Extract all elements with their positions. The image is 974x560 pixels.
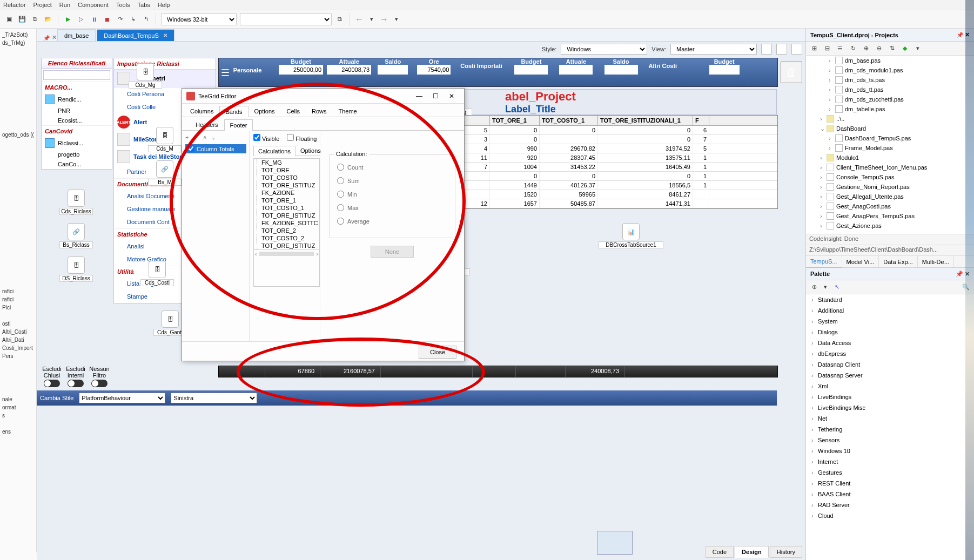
pin-icon[interactable]: 📌 xyxy=(43,35,50,41)
tab-rows[interactable]: Rows xyxy=(306,105,333,117)
chip-cds-riclass[interactable]: 🗄Cds_Riclass xyxy=(59,190,93,215)
chip-cds-m[interactable]: 🗄Cds_M xyxy=(148,127,182,152)
run-icon[interactable]: ▶ xyxy=(63,15,73,24)
tab-design[interactable]: Design xyxy=(735,546,769,558)
form-designer[interactable]: Style: Windows View: Master Elenco Ricla… xyxy=(37,42,805,560)
view-icon[interactable]: ☰ xyxy=(835,44,845,53)
chip-cds-costi[interactable]: 🗄Cds_Costi xyxy=(140,261,174,286)
step-over-icon[interactable]: ↷ xyxy=(115,15,125,24)
step-into-icon[interactable]: ↳ xyxy=(128,15,138,24)
sv-btn1[interactable] xyxy=(761,44,772,55)
tab-cells[interactable]: Cells xyxy=(281,105,306,117)
saldo2-input[interactable] xyxy=(604,65,638,75)
toggle-interni[interactable] xyxy=(68,380,84,387)
attuale-input[interactable] xyxy=(327,65,371,75)
trash-icon[interactable]: 🗑 xyxy=(781,62,802,83)
scroll-right-icon[interactable]: › xyxy=(316,251,318,257)
stile-select[interactable]: PlatformBehaviour xyxy=(79,393,165,403)
tab-options[interactable]: Options xyxy=(248,105,281,117)
tab-history[interactable]: History xyxy=(770,546,802,558)
dialog-titlebar[interactable]: TeeGrid Editor — ☐ ✕ xyxy=(182,89,464,104)
add-row-btn[interactable]: + xyxy=(185,134,189,141)
chip-ds-riclass[interactable]: 🗄DS_Riclass xyxy=(59,257,93,282)
view-select[interactable]: Master xyxy=(670,44,757,55)
maximize-icon[interactable]: ☐ xyxy=(427,92,444,100)
collapse-icon[interactable]: ⊖ xyxy=(874,44,884,53)
subtab-footer[interactable]: Footer xyxy=(224,119,253,131)
tab-bands[interactable]: Bands xyxy=(219,106,248,117)
tab-dashboard-tempus[interactable]: DashBoard_TempuS✕ xyxy=(97,29,174,41)
back-dd-icon[interactable]: ▾ xyxy=(367,15,377,24)
remove-icon[interactable]: ⊟ xyxy=(822,44,832,53)
sync-icon[interactable]: ⇅ xyxy=(887,44,897,53)
toggle-chiusi[interactable] xyxy=(44,380,60,387)
sv-btn2[interactable] xyxy=(776,44,787,55)
minimize-icon[interactable]: — xyxy=(411,92,427,100)
mtab-calc[interactable]: Calculations xyxy=(253,146,295,156)
subtab-headers[interactable]: Headers xyxy=(190,119,224,130)
style-select[interactable]: Windows xyxy=(561,44,647,55)
close-icon[interactable]: ✕ xyxy=(52,34,57,41)
budget-input[interactable] xyxy=(279,65,323,75)
saldo-input[interactable] xyxy=(378,65,408,75)
step-out-icon[interactable]: ↰ xyxy=(141,15,151,24)
ore-input[interactable] xyxy=(417,65,451,75)
pin-icon[interactable]: 📌 xyxy=(956,271,963,277)
column-totals-check[interactable]: Column Totals xyxy=(185,144,246,153)
dd-icon[interactable]: ▾ xyxy=(821,282,830,292)
save-icon[interactable]: 💾 xyxy=(17,15,27,24)
build-icon[interactable]: ◆ xyxy=(900,44,910,53)
open-icon[interactable]: ▣ xyxy=(4,15,14,24)
budget3-input[interactable] xyxy=(709,65,740,75)
palette-categories[interactable]: ›Standard ›Additional ›System ›Dialogs ›… xyxy=(806,294,974,560)
sv-btn3[interactable] xyxy=(791,44,802,55)
toggle-filtro[interactable] xyxy=(91,380,108,387)
menu-icon[interactable]: ☰ xyxy=(221,67,235,78)
main-menu[interactable]: Refactor Project Run Component Tools Tab… xyxy=(0,0,974,10)
riclass-search[interactable] xyxy=(43,70,111,80)
new-icon[interactable]: ⊞ xyxy=(809,44,819,53)
refresh-icon[interactable]: ↻ xyxy=(848,44,858,53)
close-icon[interactable]: ✕ xyxy=(444,92,460,100)
none-button[interactable]: None xyxy=(371,246,414,258)
chip-cds-mg[interactable]: 🗄Cds_Mg xyxy=(129,63,162,89)
tab-code[interactable]: Code xyxy=(706,546,734,558)
dd-icon[interactable]: ▾ xyxy=(913,44,923,53)
close-button[interactable]: Close xyxy=(419,346,456,359)
fwd-dd-icon[interactable]: ▾ xyxy=(392,15,401,24)
stop-icon[interactable]: ⏹ xyxy=(102,15,112,24)
del-row-btn[interactable]: − xyxy=(194,134,197,141)
run-nodebug-icon[interactable]: ▷ xyxy=(76,15,86,24)
expand-icon[interactable]: ⊕ xyxy=(861,44,871,53)
back-icon[interactable]: ← xyxy=(355,15,364,24)
add-icon[interactable]: ⊕ xyxy=(809,282,819,292)
attuale2-input[interactable] xyxy=(559,65,593,75)
radio-sum[interactable]: Sum xyxy=(337,174,447,187)
floating-check[interactable]: Floating xyxy=(287,134,317,142)
projects-tree[interactable]: ›dm_base.pas ›dm_cds_modulo1.pas ›dm_cds… xyxy=(806,56,974,234)
budget2-input[interactable] xyxy=(514,65,548,75)
tab-dm-base[interactable]: dm_base xyxy=(57,29,96,41)
preview-thumb[interactable] xyxy=(597,531,633,555)
visible-check[interactable]: Visible xyxy=(253,134,279,142)
pointer-icon[interactable]: ↖ xyxy=(832,282,842,292)
radio-max[interactable]: Max xyxy=(337,201,447,214)
radio-avg[interactable]: Average xyxy=(337,214,447,228)
chip-dbcrosstab[interactable]: 📊DBCrossTabSource1 xyxy=(599,223,663,248)
down-btn[interactable]: ᵥ xyxy=(212,134,215,141)
radio-min[interactable]: Min xyxy=(337,187,447,201)
tab-columns[interactable]: Columns xyxy=(184,105,219,117)
scroll-left-icon[interactable]: ‹ xyxy=(255,251,257,257)
chip-bs-m[interactable]: 🔗Bs_M xyxy=(148,160,182,186)
close-tab-icon[interactable]: ✕ xyxy=(163,32,167,38)
align-select[interactable]: Sinistra xyxy=(171,393,257,403)
folder-icon[interactable]: 📂 xyxy=(43,15,53,24)
platform-select[interactable]: Windows 32-bit xyxy=(161,14,237,25)
up-btn[interactable]: ᴧ xyxy=(203,134,207,141)
radio-count[interactable]: Count xyxy=(337,160,447,174)
field-list[interactable]: FK_MG TOT_ORE TOT_COSTO TOT_ORE_ISTITUZ … xyxy=(253,158,320,287)
pause-icon[interactable]: ⏸ xyxy=(89,15,99,24)
config-select[interactable] xyxy=(240,14,332,25)
tab-theme[interactable]: Theme xyxy=(333,105,363,117)
fwd-icon[interactable]: → xyxy=(380,15,388,24)
